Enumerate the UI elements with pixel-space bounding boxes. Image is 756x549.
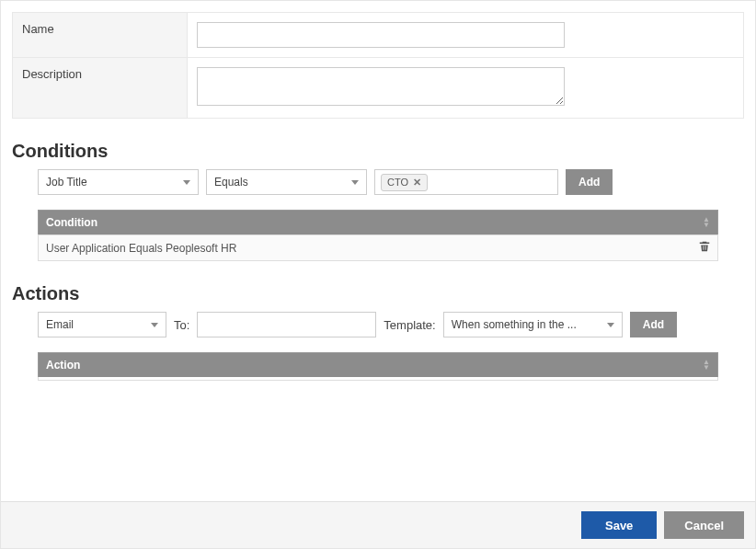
chevron-down-icon xyxy=(607,323,614,327)
condition-field-value: Job Title xyxy=(46,176,87,189)
delete-condition-button[interactable] xyxy=(699,241,710,255)
conditions-table-header-label: Condition xyxy=(46,216,97,229)
condition-field-select[interactable]: Job Title xyxy=(38,169,199,195)
description-input[interactable] xyxy=(197,67,565,106)
condition-row: User Application Equals Peoplesoft HR xyxy=(38,234,718,261)
actions-heading: Actions xyxy=(12,283,744,304)
conditions-table: Condition ▲▼ User Application Equals Peo… xyxy=(38,210,718,261)
sort-icon[interactable]: ▲▼ xyxy=(703,360,710,371)
trash-icon xyxy=(699,241,710,252)
name-label: Name xyxy=(13,13,188,58)
name-input[interactable] xyxy=(197,22,565,48)
description-label: Description xyxy=(13,58,188,119)
chevron-down-icon xyxy=(151,323,158,327)
chevron-down-icon xyxy=(351,180,359,185)
conditions-heading: Conditions xyxy=(12,141,744,162)
actions-builder-row: Email To: Template: When something in th… xyxy=(38,312,744,337)
action-to-input[interactable] xyxy=(197,312,376,337)
conditions-builder-row: Job Title Equals CTO ✕ Add xyxy=(38,169,744,195)
to-label: To: xyxy=(174,318,189,332)
condition-row-text: User Application Equals Peoplesoft HR xyxy=(46,242,236,255)
condition-value-input[interactable]: CTO ✕ xyxy=(374,169,558,195)
conditions-table-header[interactable]: Condition ▲▼ xyxy=(38,210,718,234)
condition-chip: CTO ✕ xyxy=(381,174,428,191)
chip-remove-icon[interactable]: ✕ xyxy=(413,177,421,189)
save-button[interactable]: Save xyxy=(581,511,657,539)
page-container: Name Description Conditions Job Title Eq… xyxy=(0,0,756,549)
name-cell xyxy=(188,13,744,58)
description-cell xyxy=(188,58,744,119)
action-type-value: Email xyxy=(46,318,74,331)
chevron-down-icon xyxy=(183,180,190,185)
condition-operator-value: Equals xyxy=(214,176,248,189)
action-type-select[interactable]: Email xyxy=(38,312,166,337)
actions-table-header[interactable]: Action ▲▼ xyxy=(38,352,718,377)
condition-chip-label: CTO xyxy=(387,177,408,188)
action-template-select[interactable]: When something in the ... xyxy=(443,312,623,337)
action-template-value: When something in the ... xyxy=(452,318,577,331)
content-area: Name Description Conditions Job Title Eq… xyxy=(1,1,755,392)
cancel-button[interactable]: Cancel xyxy=(664,511,744,539)
form-table: Name Description xyxy=(12,12,744,119)
sort-icon[interactable]: ▲▼ xyxy=(703,217,710,228)
conditions-add-button[interactable]: Add xyxy=(566,169,613,195)
footer-bar: Save Cancel xyxy=(1,501,755,548)
actions-table: Action ▲▼ xyxy=(38,352,718,381)
condition-operator-select[interactable]: Equals xyxy=(206,169,367,195)
template-label: Template: xyxy=(384,318,435,332)
actions-add-button[interactable]: Add xyxy=(630,312,677,337)
actions-table-empty xyxy=(38,377,718,381)
actions-table-header-label: Action xyxy=(46,359,80,372)
